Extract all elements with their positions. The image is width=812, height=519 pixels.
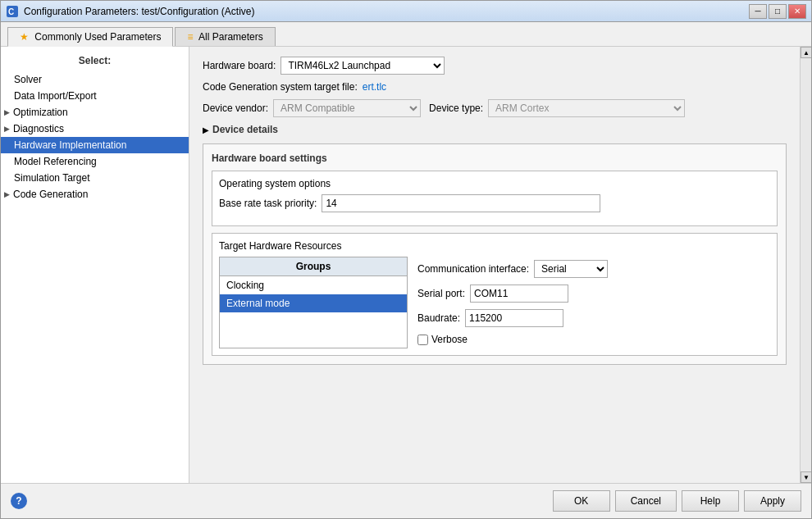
hardware-board-row: Hardware board: TIRM46Lx2 Launchpad [203,57,787,75]
groups-list: Clocking External mode [220,276,407,312]
group-item-external-mode[interactable]: External mode [220,294,407,312]
sidebar-item-diagnostics[interactable]: ▶ Diagnostics [1,121,189,137]
code-gen-row: Code Generation system target file: ert.… [203,81,787,93]
code-gen-label: Code Generation system target file: [203,81,358,93]
scroll-up-button[interactable]: ▲ [801,47,811,58]
device-type-label: Device type: [429,102,483,114]
tab-bar: ★ Commonly Used Parameters ≡ All Paramet… [1,22,811,47]
bottom-bar: ? OK Cancel Help Apply [1,483,811,518]
hardware-board-label: Hardware board: [203,60,276,71]
serial-port-row: Serial port: COM11 [417,285,770,303]
hardware-implementation-label: Hardware Implementation [14,139,126,151]
code-generation-arrow-icon: ▶ [4,190,10,198]
code-gen-link[interactable]: ert.tlc [363,81,386,93]
scroll-track[interactable] [801,58,811,471]
right-panel: Hardware board: TIRM46Lx2 Launchpad Code… [189,47,800,483]
diagnostics-label: Diagnostics [13,123,64,134]
verbose-checkbox[interactable] [417,335,428,345]
comm-interface-label: Communication interface: [417,263,529,275]
star-icon: ★ [20,31,29,43]
os-options-box: Operating system options Base rate task … [212,171,778,226]
solver-label: Solver [14,74,42,85]
device-type-select[interactable]: ARM Cortex [488,99,685,117]
base-rate-row: Base rate task priority: 14 [219,194,770,212]
tab-commonly-used-label: Commonly Used Parameters [34,31,161,43]
diagnostics-arrow-icon: ▶ [4,125,10,133]
base-rate-label: Base rate task priority: [219,198,317,209]
help-icon[interactable]: ? [11,493,27,509]
sidebar-item-hardware-implementation[interactable]: Hardware Implementation [1,137,189,153]
minimize-button[interactable]: ─ [749,4,767,19]
tab-all-parameters-label: All Parameters [198,31,263,43]
group-clocking-label: Clocking [226,280,264,291]
sidebar-item-data-import-export[interactable]: Data Import/Export [1,88,189,104]
code-generation-label: Code Generation [13,189,88,200]
apply-button[interactable]: Apply [744,490,801,512]
optimization-label: Optimization [13,107,68,118]
comm-interface-select[interactable]: Serial [534,260,608,278]
device-details-row: ▶ Device details [203,124,787,135]
sidebar-header: Select: [1,52,189,71]
sidebar-item-model-referencing[interactable]: Model Referencing [1,153,189,170]
hw-board-settings-title: Hardware board settings [212,153,778,164]
serial-port-input[interactable]: COM11 [470,285,568,303]
groups-panel: Groups Clocking External mode [219,257,408,348]
hw-board-settings: Hardware board settings Operating system… [203,143,787,365]
main-content: Select: Solver Data Import/Export ▶ Opti… [1,47,811,483]
title-bar: C Configuration Parameters: test/Configu… [1,1,811,22]
sidebar: Select: Solver Data Import/Export ▶ Opti… [1,47,189,483]
device-details-label: Device details [212,124,278,135]
sidebar-item-solver[interactable]: Solver [1,71,189,88]
device-vendor-select[interactable]: ARM Compatible [273,99,421,117]
resources-inner: Groups Clocking External mode [219,257,770,348]
sidebar-item-code-generation[interactable]: ▶ Code Generation [1,186,189,203]
serial-port-label: Serial port: [417,288,465,299]
window-title: Configuration Parameters: test/Configura… [24,6,254,17]
groups-header: Groups [220,257,407,276]
simulation-target-label: Simulation Target [14,172,90,184]
verbose-row: Verbose [417,334,770,345]
bottom-buttons: OK Cancel Help Apply [553,490,801,512]
scroll-down-button[interactable]: ▼ [801,471,811,483]
sidebar-item-optimization[interactable]: ▶ Optimization [1,104,189,121]
sidebar-item-simulation-target[interactable]: Simulation Target [1,170,189,186]
device-vendor-label: Device vendor: [203,102,268,114]
model-referencing-label: Model Referencing [14,156,97,167]
optimization-arrow-icon: ▶ [4,108,10,116]
baudrate-input[interactable]: 115200 [465,309,563,327]
app-icon: C [6,5,19,18]
ok-button[interactable]: OK [553,490,610,512]
group-external-mode-label: External mode [226,298,290,309]
os-options-title: Operating system options [219,178,770,189]
baudrate-label: Baudrate: [417,312,460,324]
target-hw-resources-title: Target Hardware Resources [219,240,770,252]
list-icon: ≡ [187,31,193,43]
group-item-clocking[interactable]: Clocking [220,276,407,294]
svg-text:C: C [8,7,14,16]
scrollbar: ▲ ▼ [800,47,811,483]
close-button[interactable]: ✕ [788,4,806,19]
maximize-button[interactable]: □ [769,4,787,19]
verbose-label: Verbose [431,334,468,345]
main-window: C Configuration Parameters: test/Configu… [0,0,812,519]
help-button[interactable]: Help [682,490,739,512]
target-hw-resources: Target Hardware Resources Groups Clockin… [212,233,778,356]
device-details-expand-icon[interactable]: ▶ [203,125,209,134]
device-vendor-row: Device vendor: ARM Compatible Device typ… [203,99,787,117]
tab-commonly-used[interactable]: ★ Commonly Used Parameters [7,27,173,47]
tab-all-parameters[interactable]: ≡ All Parameters [175,27,275,46]
hardware-board-select[interactable]: TIRM46Lx2 Launchpad [281,57,445,75]
base-rate-input[interactable]: 14 [322,194,600,212]
comm-panel: Communication interface: Serial Serial p… [417,257,770,348]
comm-interface-row: Communication interface: Serial [417,260,770,278]
data-import-export-label: Data Import/Export [14,90,97,102]
baudrate-row: Baudrate: 115200 [417,309,770,327]
cancel-button[interactable]: Cancel [615,490,677,512]
